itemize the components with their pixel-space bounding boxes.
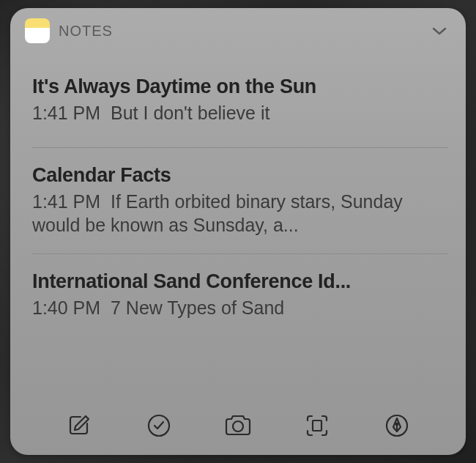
camera-icon xyxy=(223,412,253,439)
note-subtitle: 1:41 PM But I don't believe it xyxy=(32,101,444,125)
compose-button[interactable] xyxy=(64,411,94,440)
note-time: 1:41 PM xyxy=(32,191,100,212)
notes-widget: NOTES It's Always Daytime on the Sun 1:4… xyxy=(10,8,466,455)
note-time: 1:40 PM xyxy=(32,297,100,318)
svg-rect-2 xyxy=(313,421,321,431)
pen-tip-icon xyxy=(384,412,410,439)
draw-button[interactable] xyxy=(382,411,412,440)
compose-icon xyxy=(66,412,92,439)
note-item[interactable]: International Sand Conference Id... 1:40… xyxy=(10,254,466,336)
svg-point-1 xyxy=(233,421,243,431)
note-title: Calendar Facts xyxy=(32,164,444,187)
widget-header: NOTES xyxy=(10,8,466,49)
scan-document-button[interactable] xyxy=(302,411,332,440)
notes-list: It's Always Daytime on the Sun 1:41 PM B… xyxy=(10,49,466,405)
note-title: International Sand Conference Id... xyxy=(32,270,444,293)
scan-document-icon xyxy=(304,412,330,439)
note-time: 1:41 PM xyxy=(32,103,100,123)
toolbar xyxy=(10,405,466,455)
note-preview: But I don't believe it xyxy=(111,103,269,123)
checklist-button[interactable] xyxy=(144,411,174,440)
note-preview: 7 New Types of Sand xyxy=(111,297,284,318)
svg-point-5 xyxy=(395,423,398,426)
svg-point-0 xyxy=(149,415,169,436)
note-item[interactable]: It's Always Daytime on the Sun 1:41 PM B… xyxy=(10,58,466,147)
camera-button[interactable] xyxy=(223,411,253,440)
notes-app-icon[interactable] xyxy=(25,18,50,43)
chevron-down-icon[interactable] xyxy=(432,26,451,35)
note-title: It's Always Daytime on the Sun xyxy=(32,75,444,98)
note-subtitle: 1:41 PM If Earth orbited binary stars, S… xyxy=(32,190,444,237)
widget-title[interactable]: NOTES xyxy=(59,23,423,40)
note-item[interactable]: Calendar Facts 1:41 PM If Earth orbited … xyxy=(10,148,466,253)
note-subtitle: 1:40 PM 7 New Types of Sand xyxy=(32,296,444,320)
check-circle-icon xyxy=(146,412,172,439)
